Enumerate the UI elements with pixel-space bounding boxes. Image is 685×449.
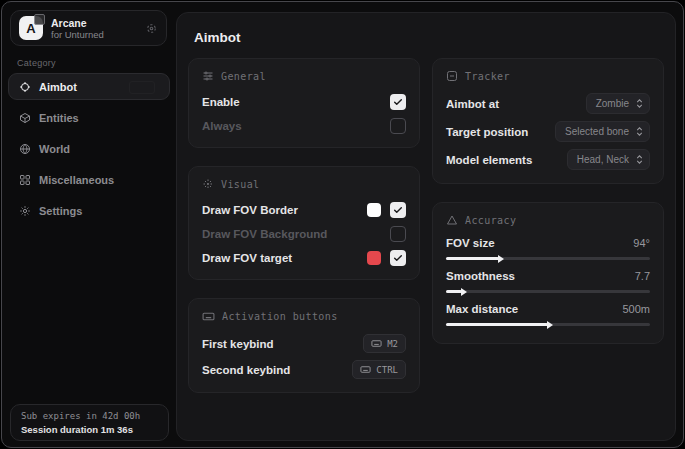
app-logo: A bbox=[19, 16, 43, 40]
sidebar-item-label: Entities bbox=[39, 112, 79, 124]
sidebar-item-label: Miscellaneous bbox=[39, 174, 114, 186]
slider-row-fov-size: FOV size 94° bbox=[446, 237, 650, 260]
setting-label: Enable bbox=[202, 96, 240, 108]
setting-row-model-elements: Model elements Head, Neck bbox=[446, 149, 650, 170]
setting-label: Second keybind bbox=[202, 364, 290, 376]
app-title-block: Arcane for Unturned bbox=[51, 17, 104, 40]
target-position-select[interactable]: Selected bone bbox=[555, 121, 650, 142]
setting-label: Draw FOV Border bbox=[202, 204, 298, 216]
setting-row-second-keybind: Second keybind CTRL bbox=[202, 360, 406, 379]
first-keybind-button[interactable]: M2 bbox=[363, 334, 406, 353]
smoothness-value: 7.7 bbox=[635, 270, 650, 282]
square-minus-icon bbox=[446, 70, 458, 82]
tracker-card: Tracker Aimbot at Zombie Target position bbox=[432, 58, 664, 184]
slider-fill bbox=[446, 257, 499, 260]
setting-row-always: Always bbox=[202, 117, 406, 134]
setting-row-fov-border: Draw FOV Border bbox=[202, 201, 406, 218]
setting-row-fov-target: Draw FOV target bbox=[202, 249, 406, 266]
app-header: A Arcane for Unturned bbox=[10, 10, 167, 46]
gear-icon bbox=[19, 205, 31, 217]
sidebar-item-entities[interactable]: Entities bbox=[8, 104, 170, 131]
fov-target-checkbox[interactable] bbox=[390, 250, 406, 266]
setting-label: Always bbox=[202, 120, 242, 132]
setting-label: Draw FOV target bbox=[202, 252, 292, 264]
app-title: Arcane bbox=[51, 17, 104, 29]
page-title: Aimbot bbox=[194, 30, 658, 45]
app-window: A Arcane for Unturned Category Aimbot bbox=[1, 1, 684, 448]
max-distance-slider[interactable] bbox=[446, 323, 650, 326]
fov-size-slider[interactable] bbox=[446, 257, 650, 260]
smoothness-slider[interactable] bbox=[446, 290, 650, 293]
sidebar-item-label: Settings bbox=[39, 205, 82, 217]
setting-label: Aimbot at bbox=[446, 98, 499, 110]
app-subtitle: for Unturned bbox=[51, 29, 104, 40]
sidebar-item-world[interactable]: World bbox=[8, 135, 170, 162]
left-column: General Enable Always bbox=[188, 58, 420, 393]
fov-background-checkbox[interactable] bbox=[390, 226, 406, 242]
session-duration-text: Session duration 1m 36s bbox=[21, 423, 158, 436]
max-distance-value: 500m bbox=[622, 303, 650, 315]
tracker-card-header: Tracker bbox=[446, 70, 650, 82]
setting-row-aimbot-at: Aimbot at Zombie bbox=[446, 93, 650, 114]
slider-row-smoothness: Smoothness 7.7 bbox=[446, 270, 650, 293]
setting-label: Model elements bbox=[446, 154, 532, 166]
category-label: Category bbox=[17, 58, 56, 68]
grid-icon bbox=[19, 174, 31, 186]
setting-label: Draw FOV Background bbox=[202, 228, 327, 240]
setting-row-target-position: Target position Selected bone bbox=[446, 121, 650, 142]
sidebar-item-settings[interactable]: Settings bbox=[8, 197, 170, 224]
faint-keybind-badge bbox=[129, 81, 155, 94]
accuracy-card-header: Accuracy bbox=[446, 214, 650, 226]
slider-row-max-distance: Max distance 500m bbox=[446, 303, 650, 326]
visual-card: Visual Draw FOV Border Draw FOV Backgrou… bbox=[188, 166, 420, 280]
setting-row-fov-background: Draw FOV Background bbox=[202, 225, 406, 242]
keyboard-icon bbox=[360, 364, 371, 375]
triangle-icon bbox=[446, 214, 458, 226]
sidebar-item-aimbot[interactable]: Aimbot bbox=[8, 73, 170, 100]
fov-border-checkbox[interactable] bbox=[390, 202, 406, 218]
tune-icon bbox=[202, 70, 214, 82]
slider-fill bbox=[446, 290, 462, 293]
second-keybind-button[interactable]: CTRL bbox=[352, 360, 406, 379]
aimbot-at-select[interactable]: Zombie bbox=[586, 93, 650, 114]
general-card-header: General bbox=[202, 70, 406, 82]
main-panel: Aimbot General Enable bbox=[176, 12, 676, 441]
crosshair-icon bbox=[19, 81, 31, 93]
sync-icon[interactable] bbox=[145, 22, 158, 35]
sidebar-item-label: Aimbot bbox=[39, 81, 77, 93]
setting-row-enable: Enable bbox=[202, 93, 406, 110]
keyboard-icon bbox=[371, 338, 382, 349]
activation-card: Activation buttons First keybind M2 bbox=[188, 298, 420, 393]
setting-label: Max distance bbox=[446, 303, 518, 315]
setting-label: Smoothness bbox=[446, 270, 515, 282]
sidebar-item-label: World bbox=[39, 143, 70, 155]
visual-card-header: Visual bbox=[202, 178, 406, 190]
setting-row-first-keybind: First keybind M2 bbox=[202, 334, 406, 353]
chevrons-up-down-icon bbox=[634, 126, 645, 137]
globe-icon bbox=[19, 143, 31, 155]
chevrons-up-down-icon bbox=[634, 98, 645, 109]
accuracy-card: Accuracy FOV size 94° bbox=[432, 202, 664, 344]
always-checkbox[interactable] bbox=[390, 118, 406, 134]
setting-label: First keybind bbox=[202, 338, 274, 350]
setting-label: FOV size bbox=[446, 237, 495, 249]
activation-card-header: Activation buttons bbox=[202, 310, 406, 323]
cube-icon bbox=[19, 112, 31, 124]
fov-size-value: 94° bbox=[633, 237, 650, 249]
fov-border-color-swatch[interactable] bbox=[367, 203, 381, 217]
fov-target-color-swatch[interactable] bbox=[367, 251, 381, 265]
setting-label: Target position bbox=[446, 126, 528, 138]
sidebar: A Arcane for Unturned Category Aimbot bbox=[2, 2, 176, 447]
sidebar-nav: Aimbot Entities World bbox=[8, 73, 170, 224]
slider-fill bbox=[446, 323, 548, 326]
sidebar-item-miscellaneous[interactable]: Miscellaneous bbox=[8, 166, 170, 193]
general-card: General Enable Always bbox=[188, 58, 420, 148]
right-column: Tracker Aimbot at Zombie Target position bbox=[432, 58, 664, 344]
chevrons-up-down-icon bbox=[634, 154, 645, 165]
enable-checkbox[interactable] bbox=[390, 94, 406, 110]
sparkle-icon bbox=[202, 178, 214, 190]
subscription-status: Sub expires in 42d 00h Session duration … bbox=[10, 404, 169, 441]
sub-expiry-text: Sub expires in 42d 00h bbox=[21, 410, 158, 423]
keyboard-icon bbox=[202, 310, 215, 323]
model-elements-select[interactable]: Head, Neck bbox=[567, 149, 650, 170]
